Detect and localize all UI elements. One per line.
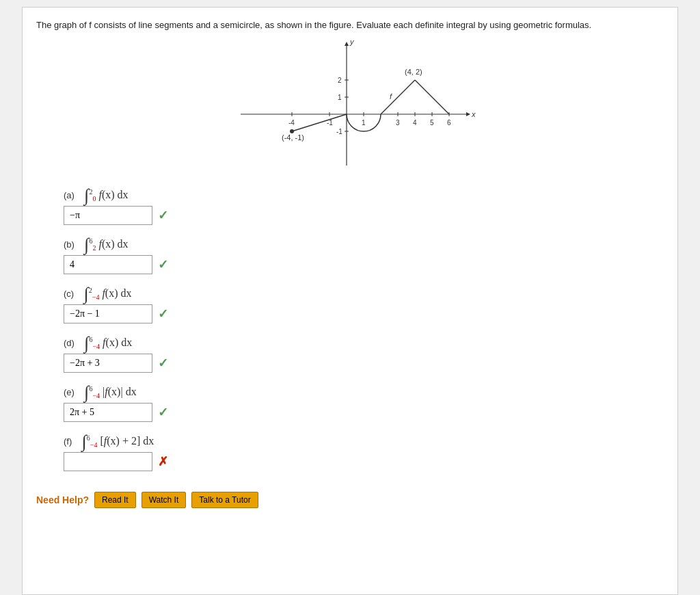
part-f: (f) ∫6−4 [f(x) + 2] dx ✗ xyxy=(64,434,664,471)
part-a-answer-box: −π xyxy=(64,206,152,225)
svg-text:-4: -4 xyxy=(288,119,295,127)
part-e-answer-box: 2π + 5 xyxy=(64,403,152,422)
part-e-check-icon: ✓ xyxy=(158,405,168,420)
part-b-check-icon: ✓ xyxy=(158,257,168,272)
part-d-check-icon: ✓ xyxy=(158,356,168,371)
svg-marker-3 xyxy=(345,42,349,46)
part-e-answer-value: 2π + 5 xyxy=(70,407,94,418)
svg-text:f: f xyxy=(390,92,392,101)
svg-text:2: 2 xyxy=(338,77,342,84)
svg-text:-1: -1 xyxy=(336,128,342,135)
part-f-answer-row: ✗ xyxy=(64,452,664,471)
part-e: (e) ∫6−4 |f(x)| dx 2π + 5 ✓ xyxy=(64,385,664,422)
part-b-label: (b) ∫62 f(x) dx xyxy=(64,237,664,252)
watch-it-button[interactable]: Watch It xyxy=(142,492,187,508)
svg-text:(-4, -1): (-4, -1) xyxy=(282,133,304,142)
part-a-integral: ∫20 f(x) dx xyxy=(84,189,128,200)
svg-text:4: 4 xyxy=(413,119,417,127)
math-graph: x y -4 -1 1 3 4 5 6 xyxy=(220,39,480,176)
part-d-integral: ∫6−4 f(x) dx xyxy=(84,336,132,348)
part-d-label: (d) ∫6−4 f(x) dx xyxy=(64,336,664,351)
graph-container: x y -4 -1 1 3 4 5 6 xyxy=(36,39,664,176)
part-d-answer-box: −2π + 3 xyxy=(64,354,152,373)
read-it-button[interactable]: Read It xyxy=(94,492,136,508)
part-f-cross-icon: ✗ xyxy=(158,454,168,469)
part-a-check-icon: ✓ xyxy=(158,208,168,223)
need-help-bar: Need Help? Read It Watch It Talk to a Tu… xyxy=(36,485,664,508)
need-help-label: Need Help? xyxy=(36,494,89,505)
part-b-answer-value: 4 xyxy=(70,259,75,270)
part-d: (d) ∫6−4 f(x) dx −2π + 3 ✓ xyxy=(64,336,664,373)
part-b-answer-row: 4 ✓ xyxy=(64,255,664,274)
svg-text:3: 3 xyxy=(396,119,400,127)
part-a-answer-row: −π ✓ xyxy=(64,206,664,225)
svg-text:1: 1 xyxy=(362,119,366,127)
talk-to-tutor-button[interactable]: Talk to a Tutor xyxy=(191,492,258,508)
svg-marker-2 xyxy=(466,112,470,116)
part-b-answer-box: 4 xyxy=(64,255,152,274)
part-a-label: (a) ∫20 f(x) dx xyxy=(64,188,664,203)
part-a-answer-value: −π xyxy=(70,210,80,221)
svg-line-29 xyxy=(415,80,449,114)
part-f-integral: ∫6−4 [f(x) + 2] dx xyxy=(82,435,154,447)
part-e-label: (e) ∫6−4 |f(x)| dx xyxy=(64,385,664,400)
svg-text:1: 1 xyxy=(338,94,342,101)
part-c: (c) ∫2−4 f(x) dx −2π − 1 ✓ xyxy=(64,287,664,323)
svg-text:5: 5 xyxy=(430,119,434,127)
page-container: The graph of f consists of line segments… xyxy=(22,7,678,595)
part-e-integral: ∫6−4 |f(x)| dx xyxy=(84,386,136,397)
part-f-label: (f) ∫6−4 [f(x) + 2] dx xyxy=(64,434,664,449)
part-a: (a) ∫20 f(x) dx −π ✓ xyxy=(64,188,664,225)
svg-text:y: y xyxy=(349,39,355,46)
part-c-answer-row: −2π − 1 ✓ xyxy=(64,304,664,323)
part-b: (b) ∫62 f(x) dx 4 ✓ xyxy=(64,237,664,274)
part-b-integral: ∫62 f(x) dx xyxy=(84,238,128,250)
part-c-label: (c) ∫2−4 f(x) dx xyxy=(64,287,664,302)
part-c-integral: ∫2−4 f(x) dx xyxy=(84,287,132,299)
problem-description: The graph of f consists of line segments… xyxy=(36,18,664,32)
part-c-check-icon: ✓ xyxy=(158,306,168,321)
part-e-answer-row: 2π + 5 ✓ xyxy=(64,403,664,422)
svg-text:x: x xyxy=(471,110,476,118)
part-d-answer-value: −2π + 3 xyxy=(70,358,100,369)
part-c-answer-value: −2π − 1 xyxy=(70,308,100,319)
svg-text:(4, 2): (4, 2) xyxy=(405,68,422,76)
svg-text:6: 6 xyxy=(447,119,451,127)
svg-line-28 xyxy=(381,80,415,114)
parts-container: (a) ∫20 f(x) dx −π ✓ (b) ∫62 f(x) dx xyxy=(36,188,664,471)
part-f-answer-box[interactable] xyxy=(64,452,152,471)
part-c-answer-box: −2π − 1 xyxy=(64,304,152,323)
part-f-input[interactable] xyxy=(70,456,146,467)
part-d-answer-row: −2π + 3 ✓ xyxy=(64,354,664,373)
